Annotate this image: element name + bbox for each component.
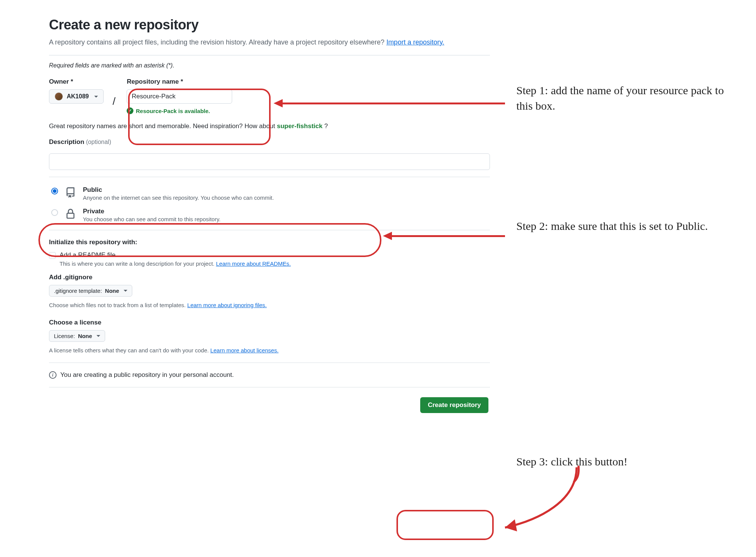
- annotation-arrow-3: [490, 464, 592, 539]
- visibility-section: Public Anyone on the internet can see th…: [49, 177, 490, 230]
- readme-label: Add a README file: [60, 251, 115, 259]
- svg-marker-0: [505, 519, 517, 531]
- repo-name-field: Repository name * ✓ Resource-Pack is ava…: [127, 78, 232, 114]
- avatar: [55, 92, 63, 101]
- lock-icon: [64, 208, 77, 220]
- owner-select-button[interactable]: AK1089: [49, 89, 104, 104]
- owner-label: Owner *: [49, 78, 104, 86]
- gitignore-heading: Add .gitignore: [49, 274, 490, 281]
- chevron-down-icon: [94, 96, 98, 98]
- chevron-down-icon: [96, 335, 100, 337]
- private-title: Private: [83, 208, 220, 215]
- readme-checkbox[interactable]: [49, 252, 56, 259]
- readme-desc: This is where you can write a long descr…: [60, 260, 490, 267]
- license-note: A license tells others what they can and…: [49, 347, 490, 353]
- owner-field: Owner * AK1089: [49, 78, 104, 104]
- public-desc: Anyone on the internet can see this repo…: [83, 194, 274, 201]
- repo-icon: [64, 186, 77, 199]
- visibility-private-option[interactable]: Private You choose who can see and commi…: [49, 206, 490, 222]
- init-heading: Initialize this repository with:: [49, 239, 490, 246]
- visibility-public-option[interactable]: Public Anyone on the internet can see th…: [49, 185, 490, 206]
- owner-name: AK1089: [67, 93, 89, 100]
- license-learn-more-link[interactable]: Learn more about licenses.: [210, 347, 279, 353]
- chevron-down-icon: [124, 290, 127, 292]
- annotation-circle-3: [396, 510, 494, 540]
- create-repo-form: Create a new repository A repository con…: [49, 17, 490, 413]
- readme-learn-more-link[interactable]: Learn more about READMEs.: [216, 260, 291, 267]
- repo-name-label: Repository name *: [127, 78, 232, 86]
- check-circle-icon: ✓: [127, 107, 133, 114]
- info-icon: i: [49, 371, 57, 379]
- page-title: Create a new repository: [49, 17, 490, 33]
- divider: [49, 55, 490, 55]
- suggestion-link[interactable]: super-fishstick: [277, 122, 323, 130]
- license-heading: Choose a license: [49, 319, 490, 326]
- required-note: Required fields are marked with an aster…: [49, 62, 490, 69]
- gitignore-note: Choose which files not to track from a l…: [49, 302, 490, 308]
- radio-public[interactable]: [51, 188, 58, 194]
- private-desc: You choose who can see and commit to thi…: [83, 216, 220, 222]
- description-label: Description (optional): [49, 138, 490, 146]
- gitignore-select-button[interactable]: .gitignore template: None: [49, 285, 132, 297]
- info-banner: i You are creating a public repository i…: [49, 363, 490, 387]
- page-subhead: A repository contains all project files,…: [49, 37, 490, 47]
- availability-status: ✓ Resource-Pack is available.: [127, 107, 232, 114]
- naming-hint: Great repository names are short and mem…: [49, 122, 490, 130]
- import-repo-link[interactable]: Import a repository.: [386, 38, 444, 46]
- license-select-button[interactable]: License: None: [49, 330, 105, 342]
- annotation-text-3: Step 3: click this button!: [516, 454, 727, 470]
- public-title: Public: [83, 186, 274, 194]
- gitignore-learn-more-link[interactable]: Learn more about ignoring files.: [187, 302, 267, 308]
- slash-separator: /: [113, 95, 118, 107]
- description-input[interactable]: [49, 153, 490, 170]
- annotation-text-1: Step 1: add the name of your resource pa…: [516, 83, 727, 113]
- create-repository-button[interactable]: Create repository: [420, 397, 488, 413]
- repo-name-input[interactable]: [127, 89, 232, 104]
- annotation-text-2: Step 2: make sure that this is set to Pu…: [516, 219, 727, 234]
- radio-private[interactable]: [51, 209, 58, 216]
